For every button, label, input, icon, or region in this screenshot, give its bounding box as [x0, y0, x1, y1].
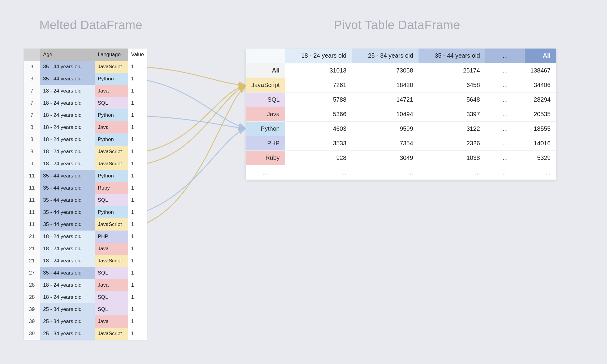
melted-cell-index: 21 — [24, 243, 40, 255]
pivot-cell: 1038 — [419, 150, 485, 165]
pivot-cell: ... — [352, 165, 419, 180]
melted-cell-language: Python — [95, 109, 128, 121]
pivot-row: JavaScript7261184206458...34406 — [246, 78, 556, 92]
melted-cell-index: 39 — [24, 315, 40, 328]
pivot-rowheader: Ruby — [246, 150, 285, 165]
melted-row: 818 - 24 years oldJava1 — [24, 121, 147, 133]
pivot-col-35-44: 35 - 44 years old — [419, 49, 485, 63]
melted-cell-index: 8 — [24, 121, 40, 133]
pivot-rowheader: SQL — [246, 92, 285, 107]
melted-row: 1135 - 44 years oldPython1 — [24, 170, 147, 182]
melted-row: 2118 - 24 years oldJava1 — [24, 243, 147, 255]
melted-row: 718 - 24 years oldPython1 — [24, 109, 147, 121]
melted-cell-age: 18 - 24 years old — [40, 109, 95, 121]
melted-body: 335 - 44 years oldJavaScript1335 - 44 ye… — [24, 61, 147, 340]
pivot-cell-all: 14016 — [525, 136, 556, 150]
pivot-cell-ellipsis: ... — [485, 136, 525, 150]
melted-cell-age: 18 - 24 years old — [40, 231, 95, 243]
pivot-cell-all: 34406 — [525, 78, 556, 92]
melted-cell-language: JavaScript — [95, 146, 128, 158]
melted-cell-index: 11 — [24, 206, 40, 218]
melted-cell-index: 11 — [24, 170, 40, 182]
melted-row: 818 - 24 years oldPython1 — [24, 133, 147, 146]
pivot-cell-ellipsis: ... — [485, 165, 525, 180]
melted-cell-value: 1 — [128, 158, 147, 170]
melted-cell-language: SQL — [95, 267, 128, 279]
melted-cell-age: 35 - 44 years old — [40, 194, 95, 206]
pivot-col-ellipsis: ... — [485, 49, 525, 63]
melted-cell-index: 21 — [24, 255, 40, 267]
pivot-col-18-24: 18 - 24 years old — [285, 49, 352, 63]
melted-cell-age: 18 - 24 years old — [40, 146, 95, 158]
melted-cell-value: 1 — [128, 206, 147, 218]
pivot-cell: 14721 — [352, 92, 419, 107]
melted-cell-value: 1 — [128, 255, 147, 267]
melted-cell-language: JavaScript — [95, 218, 128, 231]
melted-cell-language: Python — [95, 170, 128, 182]
melted-cell-value: 1 — [128, 97, 147, 109]
pivot-rowheader: PHP — [246, 136, 285, 150]
melted-cell-age: 25 - 34 years old — [40, 328, 95, 340]
melted-cell-index: 27 — [24, 267, 40, 279]
title-pivot: Pivot Table DataFrame — [334, 18, 460, 32]
melted-cell-index: 7 — [24, 85, 40, 97]
melted-cell-language: Java — [95, 121, 128, 133]
melted-cell-age: 35 - 44 years old — [40, 267, 95, 279]
melted-cell-index: 11 — [24, 194, 40, 206]
pivot-cell: 4603 — [285, 121, 352, 136]
melted-row: 1135 - 44 years oldPython1 — [24, 206, 147, 218]
melted-cell-index: 7 — [24, 109, 40, 121]
melted-row: 1135 - 44 years oldJavaScript1 — [24, 218, 147, 231]
pivot-cell: 73058 — [352, 63, 419, 78]
melted-row: 3925 - 34 years oldJava1 — [24, 315, 147, 328]
melted-cell-age: 35 - 44 years old — [40, 218, 95, 231]
melted-cell-index: 39 — [24, 303, 40, 315]
melted-row: 918 - 24 years oldJavaScript1 — [24, 158, 147, 170]
melted-col-age: Age — [40, 49, 95, 61]
pivot-cell: 5366 — [285, 107, 352, 121]
melted-cell-index: 3 — [24, 73, 40, 85]
pivot-header-row: 18 - 24 years old 25 - 34 years old 35 -… — [246, 49, 556, 63]
pivot-cell: ... — [419, 165, 485, 180]
melted-cell-language: SQL — [95, 291, 128, 303]
melted-cell-age: 35 - 44 years old — [40, 182, 95, 194]
melted-cell-value: 1 — [128, 170, 147, 182]
melted-cell-index: 28 — [24, 279, 40, 291]
melted-cell-value: 1 — [128, 291, 147, 303]
melted-cell-value: 1 — [128, 243, 147, 255]
pivot-cell-all: 138467 — [525, 63, 556, 78]
melted-cell-language: SQL — [95, 194, 128, 206]
pivot-rowheader: Python — [246, 121, 285, 136]
pivot-col-25-34: 25 - 34 years old — [352, 49, 419, 63]
melted-cell-value: 1 — [128, 303, 147, 315]
melted-col-index — [24, 49, 40, 61]
pivot-body: All310137305825174...138467JavaScript726… — [246, 63, 556, 180]
pivot-cell-all: 5329 — [525, 150, 556, 165]
pivot-row: .................. — [246, 165, 556, 180]
melted-cell-value: 1 — [128, 267, 147, 279]
pivot-row: All310137305825174...138467 — [246, 63, 556, 78]
melted-cell-age: 18 - 24 years old — [40, 158, 95, 170]
pivot-cell-all: 28294 — [525, 92, 556, 107]
pivot-col-all: All — [525, 49, 556, 63]
melted-cell-value: 1 — [128, 315, 147, 328]
melted-cell-age: 18 - 24 years old — [40, 279, 95, 291]
pivot-cell-all: 20535 — [525, 107, 556, 121]
pivot-cell: 2326 — [419, 136, 485, 150]
title-melted: Melted DataFrame — [39, 18, 142, 32]
melted-cell-index: 11 — [24, 182, 40, 194]
melted-row: 335 - 44 years oldJavaScript1 — [24, 61, 147, 73]
melted-cell-language: Python — [95, 206, 128, 218]
pivot-cell-ellipsis: ... — [485, 107, 525, 121]
melted-col-value: Value — [128, 49, 147, 61]
pivot-cell: 25174 — [419, 63, 485, 78]
melted-cell-language: JavaScript — [95, 255, 128, 267]
melted-cell-index: 9 — [24, 158, 40, 170]
melted-cell-index: 3 — [24, 61, 40, 73]
melted-cell-value: 1 — [128, 121, 147, 133]
pivot-row: Python460395993122...18555 — [246, 121, 556, 136]
melted-cell-language: JavaScript — [95, 328, 128, 340]
melted-row: 2735 - 44 years oldSQL1 — [24, 267, 147, 279]
pivot-cell: 5648 — [419, 92, 485, 107]
pivot-cell-ellipsis: ... — [485, 121, 525, 136]
